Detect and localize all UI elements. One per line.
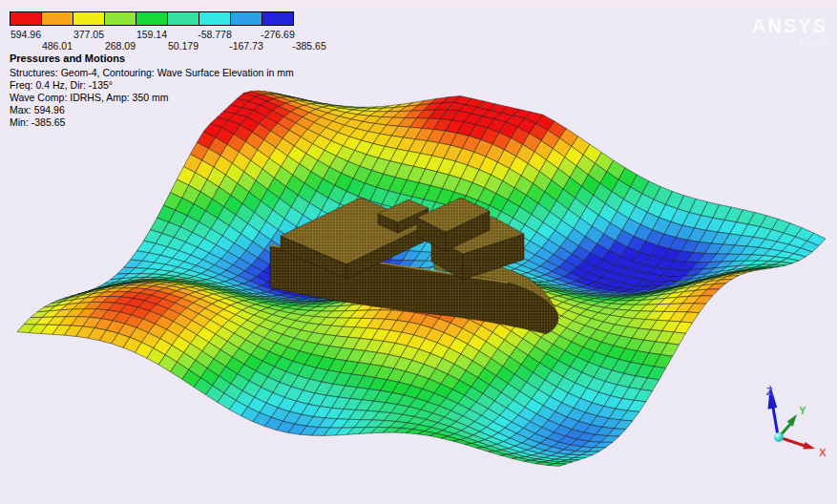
legend-value: 268.09 bbox=[98, 40, 142, 52]
legend-value: -385.65 bbox=[287, 40, 331, 52]
z-axis-label: Z bbox=[766, 386, 773, 397]
legend-value: 50.179 bbox=[161, 40, 205, 52]
result-info-block: Pressures and Motions Structures: Geom-4… bbox=[10, 52, 294, 129]
x-axis-label: X bbox=[819, 447, 827, 458]
legend-value: -276.69 bbox=[256, 29, 300, 40]
contour-legend: 594.96486.01377.05268.09159.1450.179-58.… bbox=[10, 11, 294, 26]
legend-value: -167.73 bbox=[224, 40, 268, 52]
info-line-freq-dir: Freq: 0.4 Hz, Dir: -135° bbox=[10, 79, 294, 92]
ansys-viewport-window: Z Y X 594.96486.01377.05268.09159.1450.1… bbox=[0, 0, 837, 504]
x-axis-arrowhead bbox=[803, 442, 815, 450]
legend-values: 594.96486.01377.05268.09159.1450.179-58.… bbox=[10, 11, 353, 55]
triad-origin-ball[interactable] bbox=[774, 432, 784, 442]
y-axis-label: Y bbox=[799, 405, 806, 416]
result-title: Pressures and Motions bbox=[10, 52, 294, 65]
legend-value: 594.96 bbox=[4, 29, 48, 40]
legend-value: 486.01 bbox=[35, 40, 79, 52]
info-line-max: Max: 594.96 bbox=[10, 104, 294, 116]
orientation-triad[interactable]: Z Y X bbox=[766, 385, 827, 458]
legend-value: 377.05 bbox=[67, 29, 111, 40]
legend-value: -58.778 bbox=[193, 29, 237, 40]
legend-value: 159.14 bbox=[130, 29, 174, 40]
info-line-min: Min: -385.65 bbox=[10, 116, 294, 129]
info-line-structures: Structures: Geom-4, Contouring: Wave Sur… bbox=[10, 67, 294, 79]
info-line-wave-comp: Wave Comp: IDRHS, Amp: 350 mm bbox=[10, 92, 294, 104]
